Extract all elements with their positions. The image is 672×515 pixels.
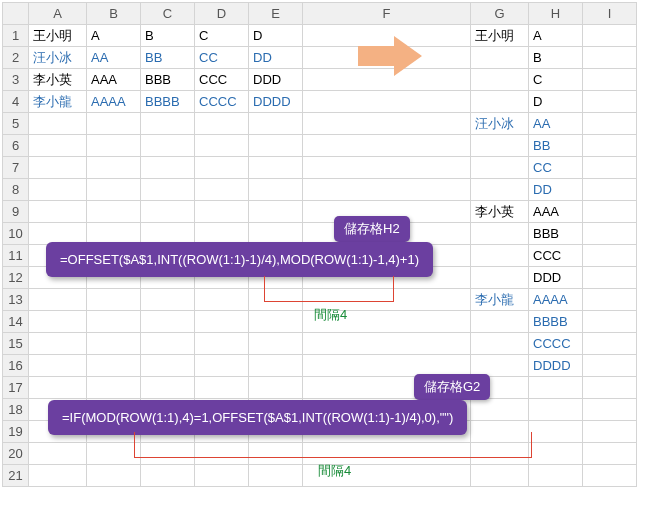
cell[interactable] bbox=[529, 465, 583, 487]
cell[interactable] bbox=[583, 223, 637, 245]
cell[interactable] bbox=[141, 289, 195, 311]
cell[interactable]: BBBB bbox=[529, 311, 583, 333]
cell[interactable] bbox=[195, 289, 249, 311]
cell[interactable]: DD bbox=[249, 47, 303, 69]
cell[interactable] bbox=[249, 333, 303, 355]
cell[interactable] bbox=[471, 223, 529, 245]
cell[interactable] bbox=[529, 399, 583, 421]
cell[interactable]: AAAA bbox=[529, 289, 583, 311]
cell[interactable] bbox=[583, 421, 637, 443]
cell[interactable] bbox=[583, 135, 637, 157]
cell[interactable]: C bbox=[529, 69, 583, 91]
col-header-D[interactable]: D bbox=[195, 3, 249, 25]
cell[interactable] bbox=[141, 311, 195, 333]
row-header[interactable]: 21 bbox=[3, 465, 29, 487]
cell[interactable]: DDDD bbox=[249, 91, 303, 113]
cell[interactable] bbox=[583, 377, 637, 399]
row-header[interactable]: 4 bbox=[3, 91, 29, 113]
cell[interactable] bbox=[583, 91, 637, 113]
row-header[interactable]: 6 bbox=[3, 135, 29, 157]
cell[interactable] bbox=[87, 377, 141, 399]
cell[interactable] bbox=[141, 201, 195, 223]
cell[interactable]: BBB bbox=[141, 69, 195, 91]
cell[interactable] bbox=[471, 399, 529, 421]
row-header[interactable]: 9 bbox=[3, 201, 29, 223]
cell[interactable]: 汪小冰 bbox=[29, 47, 87, 69]
cell[interactable] bbox=[529, 377, 583, 399]
cell[interactable] bbox=[249, 311, 303, 333]
cell[interactable] bbox=[303, 179, 471, 201]
cell[interactable] bbox=[87, 289, 141, 311]
row-header[interactable]: 1 bbox=[3, 25, 29, 47]
cell[interactable] bbox=[195, 311, 249, 333]
cell[interactable] bbox=[583, 333, 637, 355]
cell[interactable] bbox=[583, 355, 637, 377]
cell[interactable] bbox=[471, 69, 529, 91]
cell[interactable] bbox=[583, 157, 637, 179]
cell[interactable] bbox=[141, 157, 195, 179]
cell[interactable] bbox=[87, 135, 141, 157]
cell[interactable]: CCC bbox=[195, 69, 249, 91]
row-header[interactable]: 19 bbox=[3, 421, 29, 443]
cell[interactable]: CCCC bbox=[195, 91, 249, 113]
cell[interactable]: AAA bbox=[87, 69, 141, 91]
cell[interactable]: 王小明 bbox=[471, 25, 529, 47]
cell[interactable] bbox=[29, 377, 87, 399]
row-header[interactable]: 5 bbox=[3, 113, 29, 135]
cell[interactable] bbox=[471, 179, 529, 201]
cell[interactable] bbox=[29, 135, 87, 157]
cell[interactable] bbox=[141, 377, 195, 399]
cell[interactable] bbox=[29, 289, 87, 311]
cell[interactable]: AAAA bbox=[87, 91, 141, 113]
cell[interactable] bbox=[87, 157, 141, 179]
cell[interactable] bbox=[29, 157, 87, 179]
cell[interactable] bbox=[471, 267, 529, 289]
row-header[interactable]: 20 bbox=[3, 443, 29, 465]
row-header[interactable]: 8 bbox=[3, 179, 29, 201]
cell[interactable]: DD bbox=[529, 179, 583, 201]
row-header[interactable]: 16 bbox=[3, 355, 29, 377]
cell[interactable] bbox=[583, 179, 637, 201]
cell[interactable] bbox=[87, 201, 141, 223]
row-header[interactable]: 18 bbox=[3, 399, 29, 421]
cell[interactable] bbox=[583, 113, 637, 135]
cell[interactable]: DDDD bbox=[529, 355, 583, 377]
cell[interactable] bbox=[471, 47, 529, 69]
cell[interactable] bbox=[583, 443, 637, 465]
cell[interactable] bbox=[529, 443, 583, 465]
cell[interactable] bbox=[303, 333, 471, 355]
cell[interactable]: BBB bbox=[529, 223, 583, 245]
col-header-A[interactable]: A bbox=[29, 3, 87, 25]
cell[interactable]: AA bbox=[87, 47, 141, 69]
cell[interactable] bbox=[249, 465, 303, 487]
cell[interactable] bbox=[249, 377, 303, 399]
cell[interactable] bbox=[583, 311, 637, 333]
cell[interactable] bbox=[29, 443, 87, 465]
cell[interactable]: 王小明 bbox=[29, 25, 87, 47]
cell[interactable] bbox=[141, 465, 195, 487]
cell[interactable] bbox=[29, 113, 87, 135]
cell[interactable]: 李小龍 bbox=[471, 289, 529, 311]
cell[interactable]: 李小英 bbox=[471, 201, 529, 223]
cell[interactable]: 李小英 bbox=[29, 69, 87, 91]
cell[interactable] bbox=[249, 157, 303, 179]
cell[interactable]: C bbox=[195, 25, 249, 47]
cell[interactable] bbox=[195, 113, 249, 135]
cell[interactable] bbox=[583, 267, 637, 289]
cell[interactable]: CC bbox=[195, 47, 249, 69]
cell[interactable] bbox=[141, 333, 195, 355]
cell[interactable] bbox=[303, 91, 471, 113]
cell[interactable] bbox=[87, 443, 141, 465]
cell[interactable] bbox=[249, 135, 303, 157]
cell[interactable] bbox=[583, 465, 637, 487]
cell[interactable] bbox=[583, 47, 637, 69]
cell[interactable] bbox=[195, 179, 249, 201]
cell[interactable] bbox=[195, 333, 249, 355]
row-header[interactable]: 13 bbox=[3, 289, 29, 311]
cell[interactable]: 汪小冰 bbox=[471, 113, 529, 135]
cell[interactable] bbox=[583, 399, 637, 421]
cell[interactable] bbox=[303, 157, 471, 179]
row-header[interactable]: 14 bbox=[3, 311, 29, 333]
cell[interactable] bbox=[249, 113, 303, 135]
row-header[interactable]: 2 bbox=[3, 47, 29, 69]
